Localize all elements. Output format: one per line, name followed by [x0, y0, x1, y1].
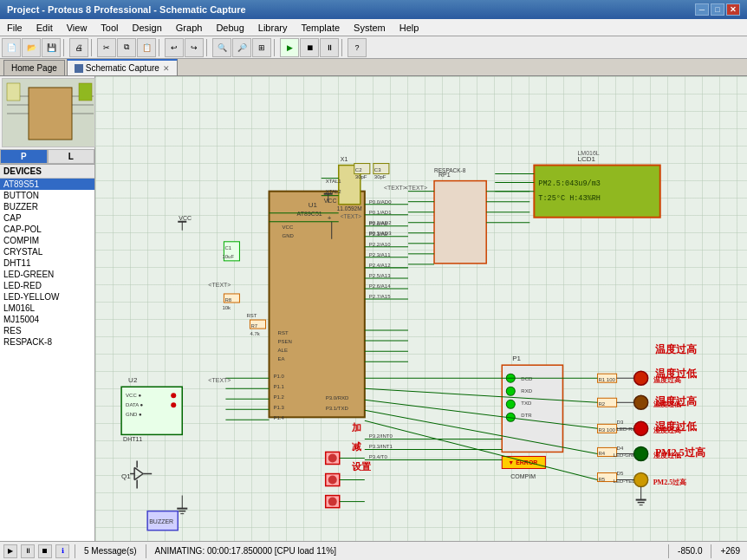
menu-view[interactable]: View: [60, 19, 94, 36]
toolbar-paste[interactable]: 📋: [137, 38, 156, 57]
svg-text:P2.5/A13: P2.5/A13: [369, 273, 391, 278]
toolbar-new[interactable]: 📄: [2, 38, 21, 57]
svg-text:P1.3: P1.3: [274, 405, 285, 410]
svg-text:P1: P1: [512, 355, 521, 362]
toolbar-open[interactable]: 📂: [22, 38, 41, 57]
toolbar-save[interactable]: 💾: [42, 38, 61, 57]
device-buzzer[interactable]: BUZZER: [0, 201, 94, 212]
left-sidebar: P L DEVICES AT89S51 BUTTON BUZZER CAP CA…: [0, 76, 95, 541]
menu-graph[interactable]: Graph: [169, 19, 210, 36]
sidebar-tab-l[interactable]: L: [48, 149, 95, 164]
tab-bar: Home Page Schematic Capture ✕: [0, 59, 747, 76]
svg-text:EA: EA: [278, 356, 285, 361]
status-sep1: [75, 544, 75, 558]
toolbar-undo[interactable]: ↩: [165, 38, 184, 57]
toolbar-pause[interactable]: ⏸: [320, 38, 339, 57]
toolbar-zoom-out[interactable]: 🔎: [232, 38, 251, 57]
menu-file[interactable]: File: [0, 19, 29, 36]
label-humidity-high: 湿度过高: [655, 394, 697, 409]
toolbar-print[interactable]: 🖨: [69, 38, 88, 57]
maximize-button[interactable]: □: [711, 3, 724, 16]
toolbar-help[interactable]: ?: [348, 38, 367, 57]
close-button[interactable]: ✕: [726, 3, 740, 16]
device-led-green[interactable]: LED-GREEN: [0, 269, 94, 280]
menu-debug[interactable]: Debug: [209, 19, 250, 36]
label-add: 加: [352, 421, 361, 434]
title-bar: Project - Proteus 8 Professional - Schem…: [0, 0, 747, 19]
device-at89s51[interactable]: AT89S51: [0, 179, 94, 190]
device-dht11[interactable]: DHT11: [0, 257, 94, 269]
svg-point-51: [506, 387, 515, 395]
svg-text:VCC: VCC: [283, 225, 294, 230]
menu-system[interactable]: System: [347, 19, 393, 36]
status-stop[interactable]: ⏹: [38, 544, 52, 558]
svg-point-118: [171, 393, 176, 398]
canvas-area[interactable]: U1 AT89C51 P1.0 P1.1 P1.2 P1.3 P1.4 P3.0…: [95, 76, 747, 541]
menu-library[interactable]: Library: [251, 19, 295, 36]
svg-rect-1: [29, 88, 72, 140]
status-pause[interactable]: ⏸: [21, 544, 35, 558]
device-crystal[interactable]: CRYSTAL: [0, 246, 94, 257]
svg-text:RESPACK-8: RESPACK-8: [434, 167, 466, 173]
status-coord1: -850.0: [674, 546, 705, 556]
toolbar-sep5: [274, 39, 277, 56]
svg-text:PM2.5:043u9/m3: PM2.5:043u9/m3: [538, 179, 601, 188]
device-lm016l[interactable]: LM016L: [0, 303, 94, 314]
toolbar-run[interactable]: ▶: [280, 38, 299, 57]
device-led-yellow[interactable]: LED-YELLOW: [0, 291, 94, 303]
label-settings: 设置: [352, 460, 371, 473]
svg-point-166: [634, 473, 648, 487]
label-temp-low: 温度过低: [655, 367, 697, 381]
device-compim[interactable]: COMPIM: [0, 235, 94, 246]
menu-design[interactable]: Design: [126, 19, 169, 36]
minimize-button[interactable]: ─: [695, 3, 709, 16]
svg-text:XTAL1: XTAL1: [326, 179, 342, 184]
svg-text:C2: C2: [355, 167, 362, 173]
tab-homepage[interactable]: Home Page: [3, 60, 65, 75]
label-pm25-high: PM2.5过高: [655, 446, 705, 460]
devices-list[interactable]: AT89S51 BUTTON BUZZER CAP CAP-POL COMPIM…: [0, 179, 94, 541]
device-button[interactable]: BUTTON: [0, 190, 94, 201]
device-cap[interactable]: CAP: [0, 212, 94, 224]
tab-close-icon[interactable]: ✕: [163, 64, 170, 73]
svg-text:R7: R7: [250, 323, 257, 329]
menu-bar: File Edit View Tool Design Graph Debug L…: [0, 19, 747, 36]
toolbar-copy[interactable]: ⧉: [117, 38, 136, 57]
toolbar-zoom-in[interactable]: 🔍: [212, 38, 231, 57]
svg-text:<TEXT>: <TEXT>: [208, 377, 231, 383]
svg-text:PSEN: PSEN: [278, 339, 292, 344]
svg-text:P2.4/A12: P2.4/A12: [369, 263, 391, 268]
device-led-red[interactable]: LED-RED: [0, 280, 94, 291]
svg-text:<TEXT>: <TEXT>: [341, 213, 361, 219]
svg-text:DTR: DTR: [521, 413, 532, 418]
svg-text:RST: RST: [278, 330, 289, 335]
toolbar-stop[interactable]: ⏹: [300, 38, 319, 57]
preview-svg: [3, 79, 95, 147]
title-text: Project - Proteus 8 Professional - Schem…: [7, 4, 246, 15]
toolbar-sep2: [91, 39, 94, 56]
device-cap-pol[interactable]: CAP-POL: [0, 224, 94, 235]
toolbar-cut[interactable]: ✂: [97, 38, 116, 57]
status-play[interactable]: ▶: [3, 544, 17, 558]
svg-line-122: [134, 467, 143, 473]
status-info[interactable]: ℹ: [55, 544, 69, 558]
menu-tool[interactable]: Tool: [94, 19, 125, 36]
device-res[interactable]: RES: [0, 325, 94, 336]
tab-schematic-label: Schematic Capture: [86, 63, 159, 73]
schematic-canvas[interactable]: U1 AT89C51 P1.0 P1.1 P1.2 P1.3 P1.4 P3.0…: [95, 76, 747, 541]
menu-template[interactable]: Template: [294, 19, 347, 36]
svg-point-148: [634, 395, 648, 409]
toolbar-redo[interactable]: ↪: [185, 38, 204, 57]
svg-text:<TEXT>: <TEXT>: [208, 282, 231, 288]
device-mj15004[interactable]: MJ15004: [0, 314, 94, 325]
tab-schematic[interactable]: Schematic Capture ✕: [67, 59, 178, 75]
svg-line-123: [134, 474, 143, 480]
device-respack8[interactable]: RESPACK-8: [0, 336, 94, 348]
status-sep3: [668, 544, 669, 558]
main-layout: P L DEVICES AT89S51 BUTTON BUZZER CAP CA…: [0, 76, 747, 541]
sidebar-tab-p[interactable]: P: [0, 149, 48, 164]
toolbar-zoom-fit[interactable]: ⊞: [252, 38, 271, 57]
menu-help[interactable]: Help: [393, 19, 426, 36]
schematic-icon: [75, 64, 83, 73]
menu-edit[interactable]: Edit: [29, 19, 60, 36]
